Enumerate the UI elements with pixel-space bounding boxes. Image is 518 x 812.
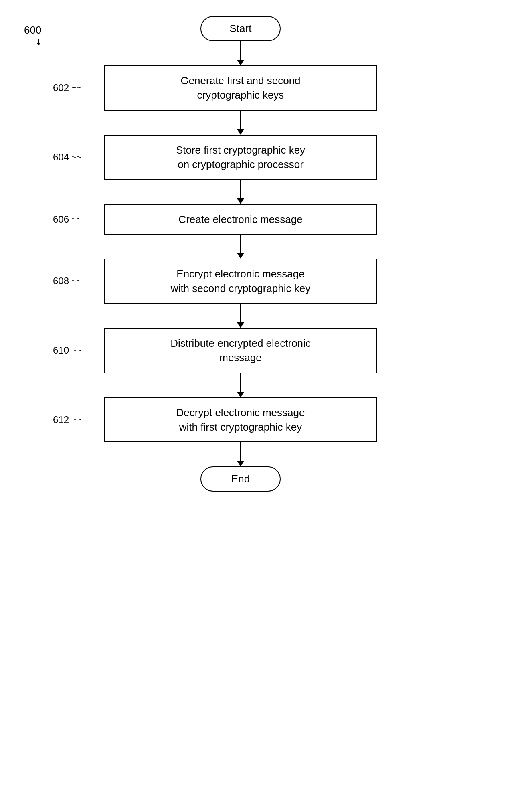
- arrow-5: [237, 373, 244, 397]
- arrow-6: [237, 442, 244, 466]
- start-row: Start: [80, 16, 401, 41]
- diagram-ref-label: 600: [24, 24, 41, 36]
- arrow-2: [237, 180, 244, 204]
- flowchart-container: Start 602~~ Generate first and secondcry…: [80, 16, 401, 492]
- start-shape: Start: [200, 16, 281, 41]
- step-606-label: 606~~: [53, 213, 82, 226]
- step-612-label: 612~~: [53, 413, 82, 427]
- end-shape: End: [200, 466, 281, 492]
- arrow-1: [237, 111, 244, 135]
- arrow-3: [237, 235, 244, 259]
- ref-arrow-indicator: ↘: [33, 36, 45, 48]
- step-606-row: 606~~ Create electronic message: [80, 204, 401, 235]
- step-602-row: 602~~ Generate first and secondcryptogra…: [80, 65, 401, 111]
- step-608-row: 608~~ Encrypt electronic messagewith sec…: [80, 259, 401, 304]
- step-602-box: 602~~ Generate first and secondcryptogra…: [104, 65, 377, 111]
- arrow-0: [237, 41, 244, 65]
- end-row: End: [80, 466, 401, 492]
- arrow-4: [237, 304, 244, 328]
- step-612-box: 612~~ Decrypt electronic messagewith fir…: [104, 397, 377, 443]
- step-604-label: 604~~: [53, 150, 82, 164]
- step-610-label: 610~~: [53, 344, 82, 357]
- step-608-box: 608~~ Encrypt electronic messagewith sec…: [104, 259, 377, 304]
- step-604-box: 604~~ Store first cryptographic keyon cr…: [104, 135, 377, 180]
- step-612-row: 612~~ Decrypt electronic messagewith fir…: [80, 397, 401, 443]
- step-610-box: 610~~ Distribute encrypted electronicmes…: [104, 328, 377, 373]
- step-608-label: 608~~: [53, 275, 82, 288]
- step-610-row: 610~~ Distribute encrypted electronicmes…: [80, 328, 401, 373]
- step-606-box: 606~~ Create electronic message: [104, 204, 377, 235]
- step-604-row: 604~~ Store first cryptographic keyon cr…: [80, 135, 401, 180]
- step-602-label: 602~~: [53, 81, 82, 95]
